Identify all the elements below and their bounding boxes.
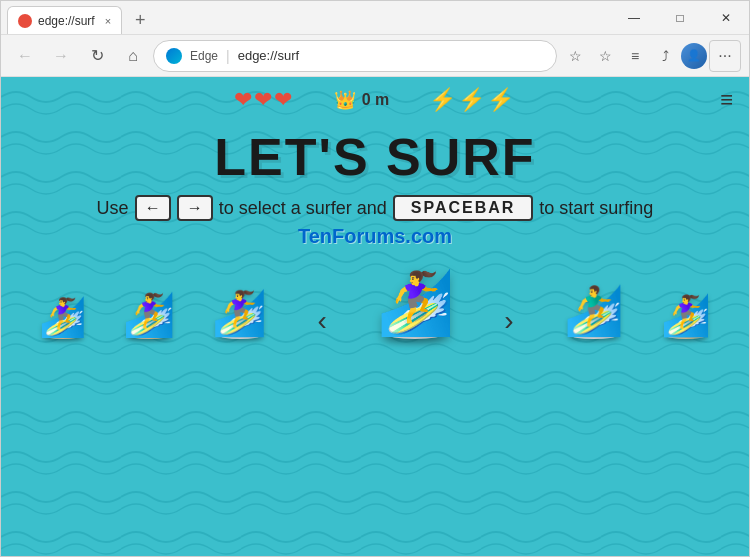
left-arrow-key: ←: [135, 195, 171, 221]
home-icon: ⌂: [128, 47, 138, 65]
forum-watermark: TenForums.com: [1, 225, 749, 248]
spacebar-key: SPACEBAR: [393, 195, 534, 221]
edge-brand-label: Edge: [190, 49, 218, 63]
surfer-5: 🏄‍♂️: [564, 283, 624, 339]
refresh-button[interactable]: ↻: [81, 40, 113, 72]
address-text: edge://surf: [238, 48, 544, 63]
share-button[interactable]: ⤴: [651, 42, 679, 70]
forward-icon: →: [53, 47, 69, 65]
forward-button[interactable]: →: [45, 40, 77, 72]
maximize-button[interactable]: □: [657, 1, 703, 35]
right-arrow-key: →: [177, 195, 213, 221]
minimize-button[interactable]: —: [611, 1, 657, 35]
back-icon: ←: [17, 47, 33, 65]
surfer-2: 🏄‍♀️: [123, 290, 175, 339]
tab-label: edge://surf: [38, 14, 95, 28]
new-tab-button[interactable]: +: [126, 6, 154, 34]
surfer-1-emoji: 🏄‍♀️: [39, 295, 86, 339]
favorite-button[interactable]: ☆: [561, 42, 589, 70]
window-controls: — □ ✕: [611, 1, 749, 34]
close-button[interactable]: ✕: [703, 1, 749, 35]
score-area: 👑 0 m: [334, 89, 390, 111]
avatar-icon: 👤: [687, 49, 701, 62]
browser-window: edge://surf × + — □ ✕ ← → ↻ ⌂ Edge | edg…: [0, 0, 750, 557]
title-bar: edge://surf × + — □ ✕: [1, 1, 749, 35]
surfer-6-emoji: 🏄‍♀️: [661, 292, 711, 339]
back-button[interactable]: ←: [9, 40, 41, 72]
reading-mode-button[interactable]: ≡: [621, 42, 649, 70]
favorites-bar-button[interactable]: ☆: [591, 42, 619, 70]
surfer-1: 🏄‍♀️: [39, 295, 86, 339]
surfer-6: 🏄‍♀️: [661, 292, 711, 339]
active-tab[interactable]: edge://surf ×: [7, 6, 122, 34]
address-separator: |: [226, 48, 230, 64]
surfer-center: 🏄‍♀️: [377, 267, 454, 339]
carousel-right-icon: ›: [504, 305, 513, 337]
health-hearts: ❤❤❤: [234, 87, 294, 113]
game-title: LET'S SURF: [1, 127, 749, 187]
carousel-left-button[interactable]: ‹: [304, 303, 340, 339]
tab-favicon: [18, 14, 32, 28]
tab-area: edge://surf × +: [1, 1, 611, 34]
nav-right-icons: ☆ ☆ ≡ ⤴ 👤 ···: [561, 40, 741, 72]
carousel-right-button[interactable]: ›: [491, 303, 527, 339]
hud: ❤❤❤ 👑 0 m ⚡⚡⚡: [1, 87, 749, 113]
home-button[interactable]: ⌂: [117, 40, 149, 72]
crown-icon: 👑: [334, 89, 356, 111]
user-avatar[interactable]: 👤: [681, 43, 707, 69]
surfers-row: 🏄‍♀️ 🏄‍♀️ 🏄‍♀️ ‹ 🏄‍♀️: [1, 267, 749, 339]
instruction-right: to start surfing: [539, 198, 653, 219]
surfer-2-emoji: 🏄‍♀️: [123, 290, 175, 339]
surfer-3-emoji: 🏄‍♀️: [212, 287, 267, 339]
instruction-mid: to select a surfer and: [219, 198, 387, 219]
surfer-center-emoji: 🏄‍♀️: [377, 267, 454, 339]
carousel-left-icon: ‹: [317, 305, 326, 337]
nav-bar: ← → ↻ ⌂ Edge | edge://surf ☆ ☆ ≡ ⤴ 👤 ···: [1, 35, 749, 77]
edge-favicon: [166, 48, 182, 64]
address-bar[interactable]: Edge | edge://surf: [153, 40, 557, 72]
browser-menu-button[interactable]: ···: [709, 40, 741, 72]
instruction-use: Use: [97, 198, 129, 219]
lightning-display: ⚡⚡⚡: [429, 87, 516, 113]
instructions: Use ← → to select a surfer and SPACEBAR …: [1, 195, 749, 221]
tab-close-button[interactable]: ×: [105, 15, 111, 27]
surfer-3: 🏄‍♀️: [212, 287, 267, 339]
title-section: LET'S SURF Use ← → to select a surfer an…: [1, 127, 749, 248]
surfer-5-emoji: 🏄‍♂️: [564, 283, 624, 339]
refresh-icon: ↻: [91, 46, 104, 65]
score-display: 0 m: [362, 91, 390, 109]
game-area: ❤❤❤ 👑 0 m ⚡⚡⚡ ≡ LET'S SURF Use ← → to se…: [1, 77, 749, 556]
